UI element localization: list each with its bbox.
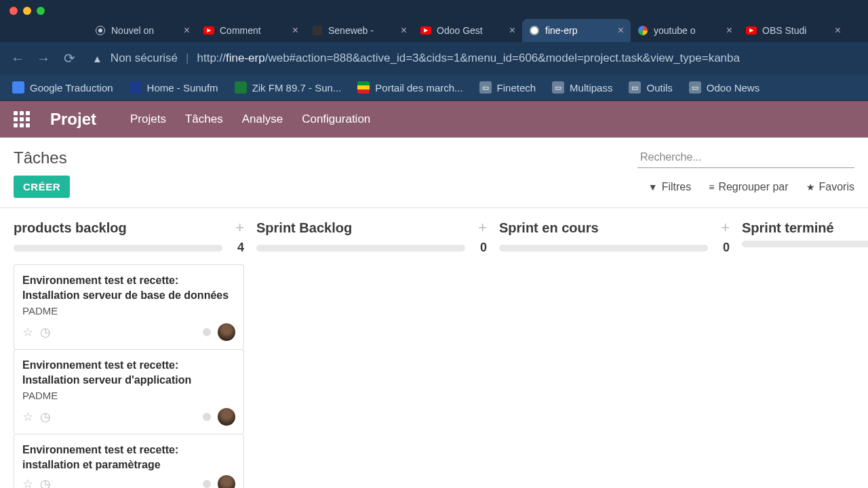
kanban-card[interactable]: Environnement test et recette: Installat… bbox=[14, 264, 244, 349]
address-bar[interactable]: ▲ Non sécurisé | http://fine-erp/web#act… bbox=[87, 47, 859, 69]
tab-title: OBS Studi bbox=[762, 25, 829, 36]
close-icon[interactable]: × bbox=[401, 24, 407, 37]
column-title[interactable]: Sprint terminé bbox=[742, 220, 834, 236]
avatar[interactable] bbox=[218, 323, 235, 341]
favicon: ▶ bbox=[420, 25, 431, 36]
menu-item[interactable]: Projets bbox=[130, 113, 166, 126]
close-icon[interactable]: × bbox=[509, 24, 515, 37]
clock-icon[interactable]: ◷ bbox=[40, 476, 51, 488]
status-dot[interactable] bbox=[203, 413, 211, 421]
window-minimize[interactable] bbox=[23, 7, 31, 15]
bookmark-item[interactable]: Home - Sunufm bbox=[130, 81, 218, 94]
close-icon[interactable]: × bbox=[726, 24, 732, 37]
browser-tab[interactable]: fine-erp× bbox=[522, 19, 631, 42]
security-warning-icon: ▲ bbox=[92, 53, 102, 64]
close-icon[interactable]: × bbox=[618, 24, 624, 37]
url-text: http://fine-erp/web#action=888&active_id… bbox=[197, 52, 740, 65]
browser-tab[interactable]: ▶OBS Studi× bbox=[739, 19, 848, 42]
favicon: ▶ bbox=[203, 25, 214, 36]
nav-forward[interactable]: → bbox=[35, 51, 52, 66]
favicon bbox=[637, 25, 648, 36]
bookmark-label: Odoo News bbox=[707, 82, 760, 94]
app-title[interactable]: Projet bbox=[50, 110, 96, 129]
favicon: ▶ bbox=[746, 25, 757, 36]
add-card-button[interactable]: + bbox=[478, 219, 487, 237]
apps-launcher-icon[interactable] bbox=[14, 111, 30, 127]
clock-icon[interactable]: ◷ bbox=[40, 325, 51, 340]
bookmark-icon: ▭ bbox=[552, 81, 564, 94]
bookmark-icon bbox=[130, 81, 142, 94]
bookmark-item[interactable]: ▭Outils bbox=[629, 81, 672, 94]
card-title: Environnement test et recette: Installat… bbox=[22, 358, 235, 387]
card-subtitle: PADME bbox=[22, 305, 235, 317]
card-title: Environnement test et recette: installat… bbox=[22, 443, 235, 472]
add-card-button[interactable]: + bbox=[721, 219, 730, 237]
star-icon[interactable]: ☆ bbox=[22, 409, 33, 424]
column-progress-bar bbox=[14, 245, 222, 251]
avatar[interactable] bbox=[218, 475, 235, 488]
bookmark-label: Zik FM 89.7 - Sun... bbox=[252, 82, 342, 94]
favorites-button[interactable]: ★ Favoris bbox=[806, 181, 854, 193]
window-close[interactable] bbox=[9, 7, 18, 15]
card-title: Environnement test et recette: Installat… bbox=[22, 273, 235, 302]
star-icon[interactable]: ☆ bbox=[22, 476, 33, 488]
column-progress-bar bbox=[499, 245, 708, 251]
filters-button[interactable]: ▼ Filtres bbox=[648, 181, 691, 193]
security-label: Non sécurisé bbox=[111, 52, 178, 65]
star-icon: ★ bbox=[806, 182, 815, 192]
bookmark-item[interactable]: Zik FM 89.7 - Sun... bbox=[235, 81, 342, 94]
bookmark-icon: ▭ bbox=[479, 81, 492, 94]
nav-reload[interactable]: ⟳ bbox=[61, 50, 77, 66]
column-title[interactable]: Sprint en cours bbox=[499, 220, 599, 236]
list-icon: ≡ bbox=[709, 182, 714, 192]
groupby-button[interactable]: ≡ Regrouper par bbox=[709, 181, 788, 193]
search-input[interactable]: Recherche... bbox=[637, 147, 854, 168]
bookmark-label: Multipass bbox=[570, 82, 612, 94]
funnel-icon: ▼ bbox=[648, 182, 658, 192]
tab-title: Odoo Gest bbox=[437, 25, 504, 36]
favicon bbox=[529, 25, 540, 36]
bookmark-item[interactable]: ▭Odoo News bbox=[689, 81, 760, 94]
bookmark-label: Outils bbox=[646, 82, 672, 94]
window-maximize[interactable] bbox=[37, 7, 45, 15]
clock-icon[interactable]: ◷ bbox=[40, 409, 51, 424]
favicon bbox=[95, 25, 106, 36]
favicon bbox=[312, 25, 323, 36]
browser-tab[interactable]: Seneweb -× bbox=[305, 19, 414, 42]
bookmark-item[interactable]: Google Traduction bbox=[12, 81, 113, 94]
bookmark-icon bbox=[235, 81, 247, 94]
status-dot[interactable] bbox=[203, 328, 211, 336]
avatar[interactable] bbox=[218, 408, 235, 426]
bookmark-label: Portail des march... bbox=[375, 82, 462, 94]
menu-item[interactable]: Analyse bbox=[242, 113, 283, 126]
bookmark-label: Finetech bbox=[497, 82, 536, 94]
browser-tab[interactable]: ▶Comment× bbox=[197, 19, 305, 42]
bookmark-icon: ▭ bbox=[629, 81, 641, 94]
browser-tab[interactable]: Nouvel on× bbox=[88, 19, 197, 42]
column-title[interactable]: products backlog bbox=[14, 220, 127, 236]
kanban-card[interactable]: Environnement test et recette: Installat… bbox=[14, 349, 244, 434]
status-dot[interactable] bbox=[203, 480, 211, 488]
bookmark-item[interactable]: ▭Finetech bbox=[479, 81, 536, 94]
browser-tab[interactable]: youtube o× bbox=[631, 19, 739, 42]
menu-item[interactable]: Configuration bbox=[302, 113, 370, 126]
tab-title: Seneweb - bbox=[328, 25, 395, 36]
close-icon[interactable]: × bbox=[184, 24, 190, 37]
bookmark-item[interactable]: ▭Multipass bbox=[552, 81, 612, 94]
nav-back[interactable]: ← bbox=[9, 51, 26, 66]
kanban-card[interactable]: Environnement test et recette: installat… bbox=[14, 434, 244, 488]
add-card-button[interactable]: + bbox=[235, 219, 244, 237]
column-progress-bar bbox=[256, 245, 465, 251]
bookmark-item[interactable]: Portail des march... bbox=[357, 81, 462, 94]
menu-item[interactable]: Tâches bbox=[185, 113, 223, 126]
browser-tab[interactable]: ▶Odoo Gest× bbox=[414, 19, 522, 42]
create-button[interactable]: CRÉER bbox=[14, 176, 70, 198]
bookmark-icon bbox=[357, 81, 370, 94]
column-count: 0 bbox=[475, 241, 487, 255]
close-icon[interactable]: × bbox=[835, 24, 841, 37]
bookmark-icon: ▭ bbox=[689, 81, 701, 94]
close-icon[interactable]: × bbox=[292, 24, 298, 37]
bookmark-label: Google Traduction bbox=[30, 82, 113, 94]
star-icon[interactable]: ☆ bbox=[22, 325, 33, 340]
column-title[interactable]: Sprint Backlog bbox=[256, 220, 352, 236]
